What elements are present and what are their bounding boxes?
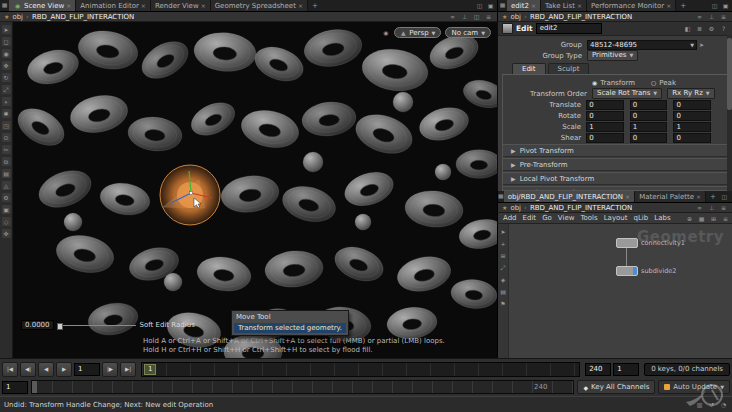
breadcrumb-current[interactable]: RBD_AND_FLIP_INTERACTION (530, 204, 632, 212)
slider-handle[interactable] (57, 323, 63, 330)
params-scrollbar[interactable] (727, 35, 732, 191)
scene-viewport[interactable]: ◉ ▲ Persp ▼ No cam ▼ 0.0000 Soft Edit Ra… (13, 22, 497, 358)
close-tab-icon[interactable]: × (531, 2, 536, 9)
scale-x-field[interactable]: 1 (586, 122, 624, 132)
snapshot-icon[interactable]: ◉ (381, 28, 390, 37)
scale-z-field[interactable]: 1 (673, 122, 711, 132)
prev-frame-icon[interactable]: ◀| (20, 362, 36, 377)
close-tab-icon[interactable]: × (696, 193, 701, 200)
menu-layout[interactable]: Layout (601, 214, 631, 222)
section-pivot-transform[interactable]: ▶ Pivot Transform (503, 144, 727, 157)
range-start-field[interactable]: 1 (2, 381, 28, 394)
rotate-y-field[interactable]: 0 (630, 111, 668, 121)
tab-material-palette[interactable]: Material Palette × (635, 191, 706, 202)
flag-icon[interactable]: ⚑ (499, 299, 508, 308)
key-all-channels-button[interactable]: ◆ Key All Channels (577, 380, 655, 394)
viewport-3d-scene[interactable] (13, 22, 497, 358)
close-tab-icon[interactable]: × (577, 2, 582, 9)
group-select-arrow-icon[interactable]: ➤ (697, 40, 706, 49)
rotate-icon[interactable]: ↻ (2, 73, 11, 82)
tab-take-list[interactable]: Take List × (541, 0, 587, 11)
node-connectivity1[interactable]: connectivity1 (616, 238, 685, 248)
view-icon[interactable]: ◳ (2, 121, 11, 130)
select-icon[interactable]: ➤ (2, 25, 11, 34)
link-icon[interactable]: ∞ (695, 203, 704, 212)
menu-qlib[interactable]: qLib (631, 214, 652, 222)
chevron-down-icon[interactable]: ▼ (690, 41, 694, 49)
section-local-pivot-transform[interactable]: ▶ Local Pivot Transform (503, 172, 727, 185)
tab-animation-editor[interactable]: Animation Editor × (76, 0, 151, 11)
step-field[interactable]: 1 (613, 363, 639, 376)
tab-scene-view[interactable]: ◉ Scene View × (9, 0, 76, 11)
soft-edit-radius-value[interactable]: 0.0000 (21, 320, 54, 330)
camera-dropdown[interactable]: No cam ▼ (445, 27, 491, 38)
close-tab-icon[interactable]: × (625, 193, 630, 200)
next-frame-icon[interactable]: |▶ (102, 362, 118, 377)
duplicate-icon[interactable]: ⧉ (2, 157, 11, 166)
menu-edit[interactable]: Edit (520, 214, 540, 222)
input-selector-icon[interactable]: ◧ (683, 24, 692, 33)
radio-peak[interactable]: ○ Peak (651, 79, 676, 87)
paint-icon[interactable]: ✱ (2, 109, 11, 118)
box-select-icon[interactable]: ◻ (2, 37, 11, 46)
tab-performance-monitor[interactable]: Performance Monitor × (587, 0, 676, 11)
playhead[interactable]: 1 (144, 364, 156, 375)
breadcrumb-root[interactable]: obj (12, 13, 23, 21)
snap-icon[interactable]: ⌖ (2, 97, 11, 106)
add-node-icon[interactable]: + (499, 239, 508, 248)
pointer-icon[interactable]: ➤ (499, 227, 508, 236)
group-type-dropdown[interactable]: Primitives ▼ (587, 50, 638, 61)
tab-render-view[interactable]: Render View × (151, 0, 211, 11)
soft-edit-radius-slider[interactable] (58, 325, 136, 326)
scale-y-field[interactable]: 1 (630, 122, 668, 132)
view-mode-dropdown[interactable]: ▲ Persp ▼ (394, 27, 441, 38)
scale-icon[interactable]: ⤢ (2, 85, 11, 94)
rotate-z-field[interactable]: 0 (673, 111, 711, 121)
handles-icon[interactable]: ✜ (2, 229, 11, 238)
menu-add[interactable]: Add (500, 214, 520, 222)
align-icon[interactable]: ◬ (2, 181, 11, 190)
add-tab-button[interactable]: + (706, 191, 720, 202)
list-icon[interactable]: ▤ (499, 287, 508, 296)
link-icon[interactable]: ∞ (448, 12, 457, 21)
shear-x-field[interactable]: 0 (586, 133, 624, 143)
shear-y-field[interactable]: 0 (630, 133, 668, 143)
tab-geometry-spreadsheet[interactable]: Geometry Spreadsheet × (211, 0, 308, 11)
section-pre-transform[interactable]: ▶ Pre-Transform (503, 158, 727, 171)
pin-icon[interactable]: ⊥ (460, 12, 469, 21)
pane-menu-icon[interactable]: ≡ (719, 203, 728, 212)
close-tab-icon[interactable]: × (66, 2, 71, 9)
search-icon[interactable]: ⊕ (685, 214, 694, 223)
gear-icon[interactable]: ⚙ (707, 24, 716, 33)
rotate-order-dropdown[interactable]: Rx Ry Rz ▼ (667, 88, 714, 99)
tab-sculpt[interactable]: Sculpt (548, 63, 590, 74)
display-icon[interactable]: ▣ (2, 205, 11, 214)
translate-z-field[interactable]: 0 (673, 100, 711, 110)
wire-icon[interactable]: ◇ (2, 217, 11, 226)
cut-icon[interactable]: ✂ (2, 145, 11, 154)
current-frame-field[interactable]: 1 (74, 363, 100, 376)
pane-menu-icon[interactable]: ▦ (498, 0, 507, 9)
close-tab-icon[interactable]: × (666, 2, 671, 9)
badge-icon[interactable]: ◈ (499, 275, 508, 284)
pane-menu-icon[interactable]: ▦ (0, 0, 9, 9)
pane-max-icon[interactable]: ▣ (721, 1, 730, 10)
pane-menu-icon[interactable]: ≡ (484, 12, 493, 21)
layers-icon[interactable]: ▤ (2, 169, 11, 178)
range-handle[interactable] (32, 381, 37, 393)
breadcrumb-current[interactable]: RBD_AND_FLIP_INTERACTION (32, 13, 134, 21)
pane-menu-icon[interactable]: ≡ (721, 214, 730, 223)
presets-icon[interactable]: ≣ (695, 24, 704, 33)
menu-go[interactable]: Go (539, 214, 555, 222)
rotate-x-field[interactable]: 0 (586, 111, 624, 121)
frame-range-slider[interactable]: 240 (31, 380, 574, 394)
node-body[interactable] (616, 238, 638, 248)
play-icon[interactable]: ▶ (56, 362, 72, 377)
jump-start-icon[interactable]: |◀ (2, 362, 18, 377)
color-palette-icon[interactable]: ▦ (697, 214, 706, 223)
breadcrumb-root[interactable]: obj (510, 13, 521, 21)
node-body[interactable] (616, 266, 638, 276)
close-tab-icon[interactable]: × (141, 2, 146, 9)
settings-icon[interactable]: ⚙ (2, 193, 11, 202)
node-subdivide2[interactable]: subdivide2 (616, 266, 676, 276)
